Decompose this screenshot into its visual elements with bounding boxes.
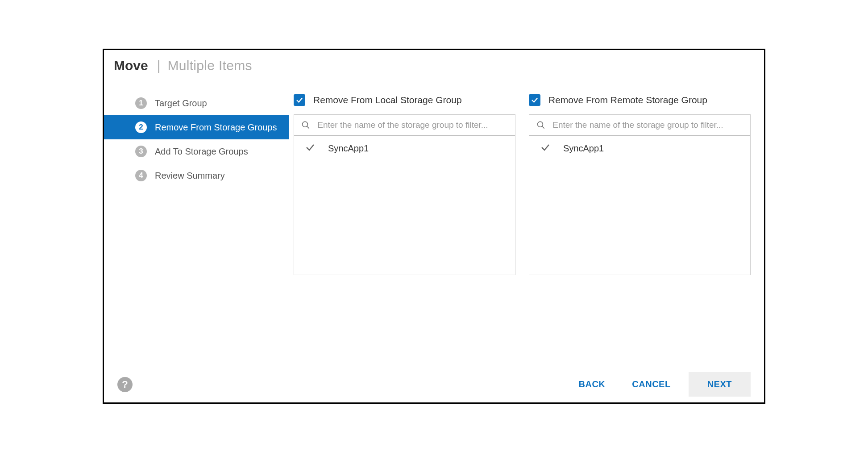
remote-panel-header: Remove From Remote Storage Group [529,91,751,109]
step-badge: 3 [135,146,147,157]
list-item[interactable]: SyncApp1 [294,136,515,161]
remote-panel-label: Remove From Remote Storage Group [548,95,707,105]
step-badge: 1 [135,97,147,109]
local-searchbar [294,115,515,136]
step-badge: 4 [135,170,147,181]
check-icon [305,142,316,155]
list-item[interactable]: SyncApp1 [529,136,750,161]
svg-line-1 [307,126,309,128]
svg-point-2 [538,121,543,127]
dialog-header: Move | Multiple Items [104,50,764,73]
list-item-label: SyncApp1 [563,143,604,154]
local-search-input[interactable] [317,120,508,130]
step-review-summary[interactable]: 4 Review Summary [104,163,289,188]
next-button[interactable]: NEXT [689,372,751,397]
dialog-body: 1 Target Group 2 Remove From Storage Gro… [104,73,764,367]
step-label: Target Group [155,98,207,109]
local-panel-label: Remove From Local Storage Group [313,95,462,105]
svg-line-3 [542,126,544,128]
dialog-subtitle: Multiple Items [167,58,252,73]
svg-point-0 [303,121,308,127]
back-button[interactable]: BACK [565,372,619,397]
dialog: Move | Multiple Items 1 Target Group 2 R… [103,49,765,404]
local-panel: Remove From Local Storage Group SyncApp1 [294,91,515,367]
search-icon [301,120,310,130]
step-badge: 2 [135,121,147,133]
check-icon [540,142,551,155]
local-listbox: SyncApp1 [294,114,515,275]
check-icon [295,96,303,104]
remote-searchbar [529,115,750,136]
remote-listbox: SyncApp1 [529,114,751,275]
step-label: Remove From Storage Groups [155,122,277,133]
local-panel-header: Remove From Local Storage Group [294,91,515,109]
step-label: Add To Storage Groups [155,146,248,157]
panels: Remove From Local Storage Group SyncApp1 [289,91,764,367]
step-remove-from-storage-groups[interactable]: 2 Remove From Storage Groups [104,115,289,139]
step-add-to-storage-groups[interactable]: 3 Add To Storage Groups [104,139,289,163]
remote-panel: Remove From Remote Storage Group SyncApp… [529,91,751,367]
remove-remote-checkbox[interactable] [529,94,540,106]
search-icon [536,120,545,130]
remove-local-checkbox[interactable] [294,94,305,106]
list-item-label: SyncApp1 [328,143,369,154]
step-label: Review Summary [155,170,225,181]
help-button[interactable]: ? [117,377,133,392]
title-separator: | [157,58,161,73]
dialog-title: Move [114,58,148,73]
remote-search-input[interactable] [552,120,743,130]
cancel-button[interactable]: CANCEL [619,372,684,397]
dialog-footer: ? BACK CANCEL NEXT [104,367,764,402]
step-target-group[interactable]: 1 Target Group [104,91,289,115]
wizard-steps: 1 Target Group 2 Remove From Storage Gro… [104,91,289,367]
check-icon [531,96,539,104]
